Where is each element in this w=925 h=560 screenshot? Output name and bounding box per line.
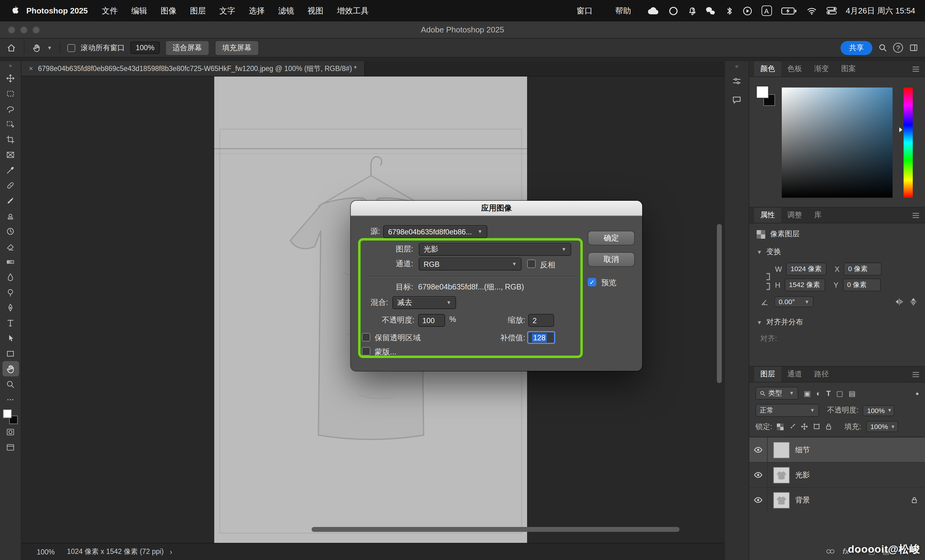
layer-thumbnail[interactable] xyxy=(773,441,790,458)
zoom-level-field[interactable]: 100% xyxy=(130,42,160,54)
bluetooth-icon[interactable] xyxy=(725,6,733,16)
menubar-app-name[interactable]: Photoshop 2025 xyxy=(19,6,95,15)
eyedropper-tool[interactable] xyxy=(2,162,19,178)
workspace-panel-icon[interactable] xyxy=(908,43,919,53)
ok-button[interactable]: 确定 xyxy=(588,231,635,245)
layer-select[interactable]: 光影▼ xyxy=(419,243,571,256)
hue-slider[interactable] xyxy=(904,87,913,198)
x-field[interactable]: 0 像素 xyxy=(844,263,882,275)
pen-tool[interactable] xyxy=(2,300,19,315)
lasso-tool[interactable] xyxy=(2,101,19,116)
layers-opacity-field[interactable]: 100%▼ xyxy=(863,405,895,416)
play-circle-icon[interactable] xyxy=(742,6,752,16)
lock-all-icon[interactable] xyxy=(826,423,832,430)
rectangular-marquee-tool[interactable] xyxy=(2,86,19,101)
saturation-brightness-square[interactable] xyxy=(782,87,893,198)
rotation-field[interactable]: 0.00°▼ xyxy=(774,296,814,307)
fit-screen-button[interactable]: 适合屏幕 xyxy=(165,40,209,56)
filter-smart-objects-icon[interactable]: ▤ xyxy=(849,389,856,397)
foreground-background-swatches[interactable] xyxy=(3,409,18,424)
tab-gradients[interactable]: 渐变 xyxy=(808,61,835,77)
creative-cloud-icon[interactable] xyxy=(647,6,659,15)
move-tool[interactable] xyxy=(2,71,19,86)
layer-row-background[interactable]: 背景 xyxy=(749,487,925,512)
fill-screen-button[interactable]: 填充屏幕 xyxy=(215,40,259,56)
crop-tool[interactable] xyxy=(2,132,19,147)
status-chevron-icon[interactable]: › xyxy=(170,548,172,555)
menu-file[interactable]: 文件 xyxy=(95,5,125,16)
dock-properties-button[interactable] xyxy=(729,74,745,88)
hue-slider-arrow-icon[interactable] xyxy=(899,127,902,132)
menu-layer[interactable]: 图层 xyxy=(183,5,213,16)
filter-adjustment-layers-icon[interactable]: ◐ xyxy=(817,389,821,397)
tab-libraries[interactable]: 库 xyxy=(808,208,828,223)
clone-stamp-tool[interactable] xyxy=(2,208,19,223)
screen-mode-button[interactable] xyxy=(2,440,19,455)
hand-tool[interactable] xyxy=(2,361,19,376)
battery-icon[interactable] xyxy=(781,6,797,15)
spot-healing-brush-tool[interactable] xyxy=(2,178,19,193)
flip-horizontal-icon[interactable] xyxy=(894,297,904,306)
menu-image[interactable]: 图像 xyxy=(154,5,183,16)
scroll-all-windows-checkbox[interactable] xyxy=(67,44,75,52)
height-field[interactable]: 1542 像素 xyxy=(785,278,825,291)
edit-toolbar-button[interactable] xyxy=(2,392,19,407)
panel-menu-icon[interactable] xyxy=(911,211,920,219)
lock-image-pixels-icon[interactable] xyxy=(789,423,796,430)
cancel-button[interactable]: 取消 xyxy=(588,252,635,267)
home-icon[interactable] xyxy=(6,42,17,53)
document-tab[interactable]: × 6798e04b635fd8f0eb869c5e43d18598f8b3e8… xyxy=(21,61,365,76)
type-tool[interactable] xyxy=(2,315,19,331)
expand-tools-icon[interactable]: » xyxy=(9,62,12,69)
lock-artboard-icon[interactable] xyxy=(813,423,821,430)
panel-foreground-swatch[interactable] xyxy=(757,86,768,98)
vertical-scrollbar[interactable] xyxy=(717,224,722,383)
preserve-transparency-checkbox[interactable] xyxy=(362,333,371,342)
minimize-window-button[interactable] xyxy=(20,26,27,34)
scale-input[interactable]: 2 xyxy=(528,314,554,327)
layer-lock-icon[interactable] xyxy=(911,496,917,504)
layer-name[interactable]: 细节 xyxy=(795,445,810,455)
layer-filter-type-select[interactable]: 类型▼ xyxy=(755,387,798,400)
notification-bell-icon[interactable]: 1 xyxy=(687,6,695,16)
source-select[interactable]: 6798e04b635fd8f0eb86...▼ xyxy=(383,225,487,238)
tab-paths[interactable]: 路径 xyxy=(808,367,835,382)
layer-visibility-eye-icon[interactable] xyxy=(749,488,768,512)
rectangle-tool[interactable] xyxy=(2,346,19,361)
blend-select[interactable]: 减去▼ xyxy=(392,296,456,309)
status-ring-icon[interactable] xyxy=(669,6,678,16)
layer-row-lighting[interactable]: 光影 xyxy=(749,462,925,487)
panel-color-swatches[interactable] xyxy=(757,86,775,106)
layer-visibility-eye-icon[interactable] xyxy=(749,438,768,462)
menu-window[interactable]: 窗口 xyxy=(570,5,599,16)
share-button[interactable]: 共享 xyxy=(841,41,872,55)
invert-checkbox[interactable] xyxy=(527,259,536,268)
offset-input[interactable]: 128 xyxy=(527,331,555,344)
filter-pixel-layers-icon[interactable]: ▣ xyxy=(804,389,811,397)
tab-layers[interactable]: 图层 xyxy=(754,367,781,382)
menu-type[interactable]: 文字 xyxy=(213,5,242,16)
tool-preset-caret-icon[interactable]: ▼ xyxy=(47,45,52,51)
menu-edit[interactable]: 编辑 xyxy=(125,5,154,16)
fill-field[interactable]: 100%▼ xyxy=(866,421,898,432)
close-window-button[interactable] xyxy=(8,26,15,34)
collapse-dock-icon[interactable]: « xyxy=(735,63,738,69)
history-brush-tool[interactable] xyxy=(2,223,19,239)
dialog-title[interactable]: 应用图像 xyxy=(351,201,642,216)
tab-adjustments[interactable]: 调整 xyxy=(781,208,808,223)
gradient-tool[interactable] xyxy=(2,254,19,269)
layer-name[interactable]: 光影 xyxy=(795,470,810,480)
filter-shape-layers-icon[interactable]: ▢ xyxy=(836,389,843,397)
layer-row-detail[interactable]: 细节 xyxy=(749,437,925,462)
panel-menu-icon[interactable] xyxy=(911,370,920,378)
tab-patterns[interactable]: 图案 xyxy=(835,61,862,77)
flip-vertical-icon[interactable] xyxy=(909,297,917,307)
foreground-color-swatch[interactable] xyxy=(3,409,12,418)
width-field[interactable]: 1024 像素 xyxy=(786,263,827,275)
zoom-window-button[interactable] xyxy=(32,26,40,34)
wifi-icon[interactable] xyxy=(806,6,817,15)
blend-mode-select[interactable]: 正常▼ xyxy=(755,404,819,417)
menu-view[interactable]: 视图 xyxy=(301,5,330,16)
link-dimensions-icon[interactable] xyxy=(763,271,771,292)
tab-swatches[interactable]: 色板 xyxy=(781,61,808,77)
